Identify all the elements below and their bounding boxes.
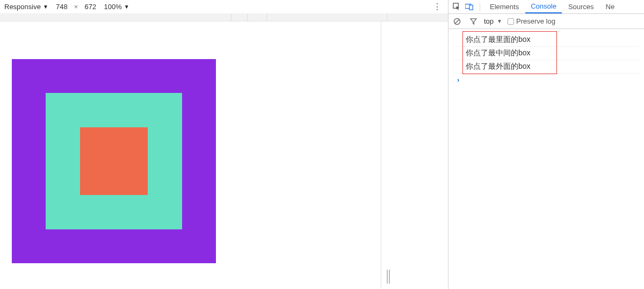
- preserve-log-checkbox[interactable]: Preserve log: [508, 17, 555, 25]
- console-prompt[interactable]: ›: [454, 74, 639, 84]
- zoom-value: 100%: [104, 3, 121, 11]
- outer-box[interactable]: [12, 59, 216, 263]
- console-log-line: 你点了最中间的box: [454, 47, 639, 60]
- console-output: 你点了最里面的box 你点了最中间的box 你点了最外面的box ›: [448, 29, 644, 289]
- viewport-area: [0, 21, 448, 289]
- middle-box[interactable]: [46, 93, 182, 229]
- dimension-separator: ×: [74, 3, 78, 11]
- height-input[interactable]: 672: [81, 3, 99, 11]
- tab-elements[interactable]: Elements: [484, 0, 524, 13]
- svg-rect-2: [469, 5, 473, 10]
- console-log-line: 你点了最里面的box: [454, 33, 639, 47]
- responsive-mode-label: Responsive: [4, 3, 41, 11]
- devtools-tab-bar: Elements Console Sources Ne: [448, 0, 644, 14]
- console-log-line: 你点了最外面的box: [454, 60, 639, 74]
- ruler-tick: [247, 14, 248, 21]
- toggle-device-toolbar-icon[interactable]: [464, 1, 475, 13]
- ruler-tick: [231, 14, 231, 21]
- console-toolbar: top ▼ Preserve log: [448, 14, 644, 29]
- handle-bar: [389, 270, 390, 284]
- tab-next-truncated[interactable]: Ne: [600, 0, 620, 13]
- caret-down-icon: ▼: [497, 18, 502, 24]
- dimension-controls: 748 × 672: [53, 3, 100, 11]
- device-toolbar: Responsive ▼ 748 × 672 100% ▼ ⋮: [0, 0, 448, 14]
- checkbox-icon: [508, 18, 514, 25]
- ruler-tick: [387, 14, 387, 21]
- zoom-dropdown[interactable]: 100% ▼: [104, 3, 129, 11]
- devtools-panel: Elements Console Sources Ne top ▼ Preser…: [448, 0, 644, 289]
- ruler-horizontal: [0, 14, 448, 21]
- viewport-panel: Responsive ▼ 748 × 672 100% ▼ ⋮: [0, 0, 448, 289]
- clear-console-icon[interactable]: [452, 16, 462, 27]
- splitter-handle[interactable]: [387, 269, 392, 285]
- filter-icon[interactable]: [468, 16, 479, 27]
- handle-bar: [387, 270, 388, 284]
- tab-divider: [480, 3, 480, 11]
- inspect-element-icon[interactable]: [451, 1, 462, 13]
- page-content: [12, 59, 216, 263]
- tab-console[interactable]: Console: [525, 0, 562, 13]
- inner-box[interactable]: [80, 127, 148, 195]
- ruler-tick: [266, 14, 267, 21]
- more-options-button[interactable]: ⋮: [431, 2, 444, 12]
- context-label: top: [484, 17, 494, 25]
- context-dropdown[interactable]: top ▼: [484, 17, 502, 25]
- caret-down-icon: ▼: [124, 4, 129, 10]
- svg-line-4: [455, 19, 459, 24]
- tab-sources[interactable]: Sources: [563, 0, 599, 13]
- preserve-log-label: Preserve log: [516, 17, 555, 25]
- responsive-mode-dropdown[interactable]: Responsive ▼: [4, 3, 48, 11]
- caret-down-icon: ▼: [43, 4, 48, 10]
- width-input[interactable]: 748: [53, 3, 71, 11]
